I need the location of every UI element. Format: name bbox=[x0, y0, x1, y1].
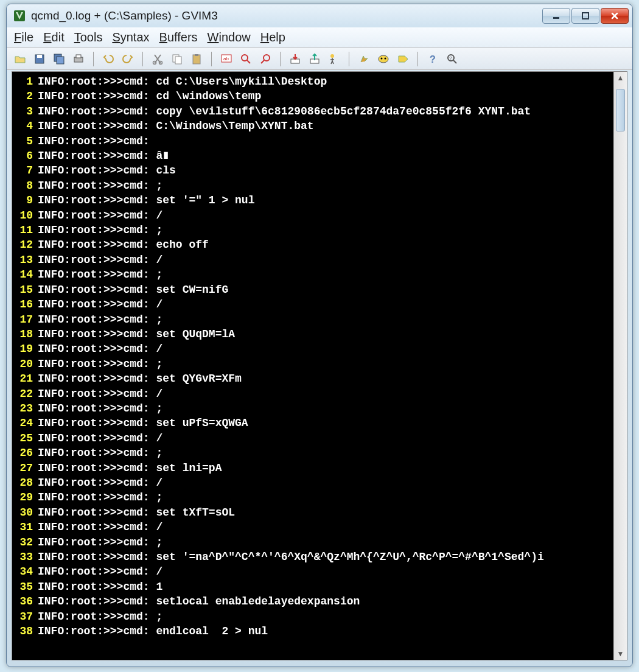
line-content: INFO:root:>>>cmd: / bbox=[38, 208, 162, 223]
minimize-button[interactable] bbox=[542, 8, 570, 24]
line-number: 27 bbox=[12, 461, 38, 475]
line-number: 14 bbox=[12, 267, 38, 282]
print-icon[interactable] bbox=[71, 52, 86, 66]
editor-line: 21INFO:root:>>>cmd: set QYGvR=XFm bbox=[12, 371, 613, 386]
svg-point-22 bbox=[379, 55, 388, 63]
line-number: 34 bbox=[12, 564, 38, 579]
menu-file[interactable]: File bbox=[14, 30, 33, 44]
make-icon[interactable] bbox=[357, 52, 371, 66]
line-number: 20 bbox=[12, 357, 38, 371]
line-number: 38 bbox=[12, 624, 38, 639]
menu-tools[interactable]: Tools bbox=[74, 30, 103, 44]
editor-line: 6INFO:root:>>>cmd: â∎ bbox=[12, 149, 613, 163]
line-content: INFO:root:>>>cmd: cls bbox=[38, 163, 176, 178]
editor-line: 11INFO:root:>>>cmd: ; bbox=[12, 223, 613, 237]
close-button[interactable] bbox=[601, 8, 629, 24]
line-content: INFO:root:>>>cmd: ; bbox=[38, 178, 162, 193]
editor-line: 18INFO:root:>>>cmd: set QUqDM=lA bbox=[12, 327, 613, 341]
line-number: 19 bbox=[12, 341, 38, 356]
run-script-icon[interactable] bbox=[327, 52, 341, 66]
svg-rect-1 bbox=[553, 17, 559, 19]
editor[interactable]: 1INFO:root:>>>cmd: cd C:\Users\mykill\De… bbox=[12, 72, 613, 660]
save-icon[interactable] bbox=[32, 52, 47, 66]
line-number: 9 bbox=[12, 193, 38, 208]
menu-syntax[interactable]: Syntax bbox=[112, 30, 149, 44]
scroll-down-button[interactable]: ▼ bbox=[614, 648, 627, 660]
editor-line: 23INFO:root:>>>cmd: ; bbox=[12, 401, 613, 416]
svg-rect-8 bbox=[76, 55, 81, 58]
maximize-button[interactable] bbox=[571, 8, 599, 24]
titlebar[interactable]: qcmd_0.log + (C:\Samples) - GVIM3 bbox=[7, 4, 632, 27]
vertical-scrollbar[interactable]: ▲ ▼ bbox=[613, 72, 627, 660]
line-content: INFO:root:>>>cmd: â∎ bbox=[38, 149, 169, 163]
editor-line: 36INFO:root:>>>cmd: setlocal enabledelay… bbox=[12, 594, 613, 609]
editor-line: 8INFO:root:>>>cmd: ; bbox=[12, 178, 613, 193]
scroll-thumb[interactable] bbox=[616, 89, 625, 131]
svg-text:?: ? bbox=[449, 55, 452, 61]
find-help-icon[interactable]: ? bbox=[445, 52, 459, 66]
line-number: 25 bbox=[12, 431, 38, 446]
line-number: 13 bbox=[12, 253, 38, 267]
scroll-up-button[interactable]: ▲ bbox=[614, 72, 627, 84]
line-content: INFO:root:>>>cmd: ; bbox=[38, 609, 162, 624]
line-number: 28 bbox=[12, 475, 38, 490]
load-session-icon[interactable] bbox=[288, 52, 302, 66]
svg-point-24 bbox=[385, 57, 386, 59]
save-all-icon[interactable] bbox=[52, 52, 66, 66]
editor-line: 26INFO:root:>>>cmd: ; bbox=[12, 446, 613, 460]
toolbar-separator bbox=[211, 52, 212, 66]
editor-line: 28INFO:root:>>>cmd: / bbox=[12, 475, 613, 490]
menu-help[interactable]: Help bbox=[260, 30, 285, 44]
line-content: INFO:root:>>>cmd: / bbox=[38, 475, 162, 490]
menu-edit[interactable]: Edit bbox=[43, 30, 64, 44]
line-content: INFO:root:>>>cmd: ; bbox=[38, 312, 162, 327]
editor-line: 9INFO:root:>>>cmd: set '=" 1 > nul bbox=[12, 193, 613, 208]
svg-rect-0 bbox=[14, 10, 25, 21]
line-number: 32 bbox=[12, 535, 38, 550]
line-number: 26 bbox=[12, 446, 38, 460]
editor-line: 10INFO:root:>>>cmd: / bbox=[12, 208, 613, 223]
copy-icon[interactable] bbox=[170, 52, 184, 66]
editor-area: 1INFO:root:>>>cmd: cd C:\Users\mykill\De… bbox=[12, 71, 627, 660]
svg-point-17 bbox=[242, 55, 248, 61]
save-session-icon[interactable] bbox=[307, 52, 322, 66]
line-content: INFO:root:>>>cmd: ; bbox=[38, 223, 162, 237]
open-icon[interactable] bbox=[13, 52, 27, 66]
editor-line: 13INFO:root:>>>cmd: / bbox=[12, 253, 613, 267]
menu-window[interactable]: Window bbox=[208, 30, 251, 44]
toolbar-separator bbox=[93, 52, 94, 66]
undo-icon[interactable] bbox=[101, 52, 116, 66]
line-number: 29 bbox=[12, 490, 38, 505]
svg-point-23 bbox=[381, 57, 383, 59]
editor-line: 15INFO:root:>>>cmd: set CW=nifG bbox=[12, 282, 613, 297]
menu-buffers[interactable]: Buffers bbox=[159, 30, 198, 44]
line-number: 17 bbox=[12, 312, 38, 327]
line-content: INFO:root:>>>cmd: echo off bbox=[38, 237, 209, 252]
line-content: INFO:root:>>>cmd: 1 bbox=[38, 579, 162, 594]
line-content: INFO:root:>>>cmd: ; bbox=[38, 267, 162, 282]
paste-icon[interactable] bbox=[189, 52, 204, 66]
help-icon[interactable]: ? bbox=[425, 52, 440, 66]
redo-icon[interactable] bbox=[120, 52, 135, 66]
line-number: 8 bbox=[12, 178, 38, 193]
editor-line: 4INFO:root:>>>cmd: C:\Windows\Temp\XYNT.… bbox=[12, 119, 613, 133]
editor-line: 27INFO:root:>>>cmd: set lni=pA bbox=[12, 461, 613, 475]
toolbar-separator bbox=[280, 52, 281, 66]
line-number: 16 bbox=[12, 297, 38, 312]
find-prev-icon[interactable] bbox=[258, 52, 273, 66]
line-content: INFO:root:>>>cmd: setlocal enabledelayed… bbox=[38, 594, 360, 609]
cut-icon[interactable] bbox=[150, 52, 165, 66]
editor-line: 34INFO:root:>>>cmd: / bbox=[12, 564, 613, 579]
find-next-icon[interactable] bbox=[239, 52, 253, 66]
tag-jump-icon[interactable] bbox=[396, 52, 410, 66]
svg-rect-4 bbox=[37, 55, 42, 58]
line-content: INFO:root:>>>cmd: / bbox=[38, 564, 162, 579]
app-icon bbox=[13, 9, 26, 23]
line-number: 6 bbox=[12, 149, 38, 163]
shell-icon[interactable] bbox=[376, 52, 391, 66]
line-content: INFO:root:>>>cmd: C:\Windows\Temp\XYNT.b… bbox=[38, 119, 314, 133]
line-number: 15 bbox=[12, 282, 38, 297]
line-content: INFO:root:>>>cmd: bbox=[38, 134, 156, 149]
editor-line: 37INFO:root:>>>cmd: ; bbox=[12, 609, 613, 624]
find-replace-icon[interactable]: ab bbox=[219, 52, 234, 66]
